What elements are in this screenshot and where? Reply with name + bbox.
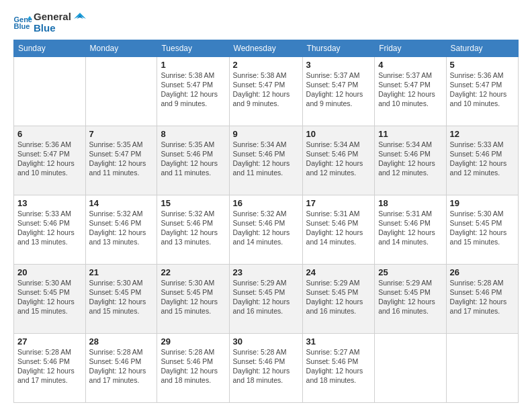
calendar-cell: 30Sunrise: 5:28 AM Sunset: 5:46 PM Dayli… bbox=[229, 333, 302, 402]
calendar-cell: 9Sunrise: 5:34 AM Sunset: 5:46 PM Daylig… bbox=[229, 126, 302, 195]
calendar-cell: 8Sunrise: 5:35 AM Sunset: 5:46 PM Daylig… bbox=[157, 126, 229, 195]
calendar-cell: 7Sunrise: 5:35 AM Sunset: 5:47 PM Daylig… bbox=[85, 126, 157, 195]
day-info: Sunrise: 5:29 AM Sunset: 5:45 PM Dayligh… bbox=[306, 278, 371, 316]
calendar-cell: 24Sunrise: 5:29 AM Sunset: 5:45 PM Dayli… bbox=[302, 264, 375, 333]
day-number: 5 bbox=[450, 60, 515, 70]
day-number: 22 bbox=[161, 267, 225, 277]
calendar-cell: 20Sunrise: 5:30 AM Sunset: 5:45 PM Dayli… bbox=[14, 264, 86, 333]
calendar-cell: 25Sunrise: 5:29 AM Sunset: 5:45 PM Dayli… bbox=[375, 264, 446, 333]
day-number: 19 bbox=[450, 198, 515, 208]
calendar-cell: 22Sunrise: 5:30 AM Sunset: 5:45 PM Dayli… bbox=[157, 264, 229, 333]
day-number: 1 bbox=[161, 60, 225, 70]
calendar-cell bbox=[85, 56, 157, 126]
logo-arrow-icon bbox=[74, 13, 86, 25]
day-number: 23 bbox=[233, 267, 299, 277]
day-info: Sunrise: 5:34 AM Sunset: 5:46 PM Dayligh… bbox=[233, 140, 299, 178]
day-number: 2 bbox=[233, 60, 299, 70]
calendar-cell: 3Sunrise: 5:37 AM Sunset: 5:47 PM Daylig… bbox=[302, 56, 375, 126]
header: General Blue General Blue bbox=[13, 11, 519, 34]
calendar-cell: 17Sunrise: 5:31 AM Sunset: 5:46 PM Dayli… bbox=[302, 195, 375, 264]
day-info: Sunrise: 5:30 AM Sunset: 5:45 PM Dayligh… bbox=[450, 209, 515, 247]
calendar-cell: 1Sunrise: 5:38 AM Sunset: 5:47 PM Daylig… bbox=[157, 56, 229, 126]
calendar-week-5: 27Sunrise: 5:28 AM Sunset: 5:46 PM Dayli… bbox=[14, 333, 519, 402]
day-info: Sunrise: 5:28 AM Sunset: 5:46 PM Dayligh… bbox=[450, 278, 515, 316]
day-info: Sunrise: 5:35 AM Sunset: 5:47 PM Dayligh… bbox=[89, 140, 154, 178]
day-number: 3 bbox=[306, 60, 371, 70]
day-info: Sunrise: 5:32 AM Sunset: 5:46 PM Dayligh… bbox=[233, 209, 299, 247]
day-info: Sunrise: 5:28 AM Sunset: 5:46 PM Dayligh… bbox=[233, 347, 299, 385]
day-number: 20 bbox=[17, 267, 82, 277]
logo-line1: General bbox=[34, 11, 71, 22]
calendar-cell: 16Sunrise: 5:32 AM Sunset: 5:46 PM Dayli… bbox=[229, 195, 302, 264]
day-info: Sunrise: 5:36 AM Sunset: 5:47 PM Dayligh… bbox=[450, 71, 515, 109]
day-number: 24 bbox=[306, 267, 371, 277]
calendar-cell: 28Sunrise: 5:28 AM Sunset: 5:46 PM Dayli… bbox=[85, 333, 157, 402]
day-info: Sunrise: 5:38 AM Sunset: 5:47 PM Dayligh… bbox=[233, 71, 299, 109]
calendar-cell: 21Sunrise: 5:30 AM Sunset: 5:45 PM Dayli… bbox=[85, 264, 157, 333]
calendar-cell: 15Sunrise: 5:32 AM Sunset: 5:46 PM Dayli… bbox=[157, 195, 229, 264]
day-number: 31 bbox=[306, 336, 371, 347]
calendar-header-row: SundayMondayTuesdayWednesdayThursdayFrid… bbox=[14, 40, 519, 56]
day-info: Sunrise: 5:28 AM Sunset: 5:46 PM Dayligh… bbox=[17, 347, 82, 385]
calendar-header-monday: Monday bbox=[85, 40, 157, 56]
day-number: 17 bbox=[306, 198, 371, 208]
day-number: 10 bbox=[306, 129, 371, 139]
svg-text:Blue: Blue bbox=[13, 22, 30, 30]
day-number: 26 bbox=[450, 267, 515, 277]
logo-line2: Blue bbox=[34, 22, 71, 34]
calendar-week-3: 13Sunrise: 5:33 AM Sunset: 5:46 PM Dayli… bbox=[14, 195, 519, 264]
logo: General Blue General Blue bbox=[13, 11, 86, 34]
day-number: 29 bbox=[161, 336, 225, 347]
calendar-header-wednesday: Wednesday bbox=[229, 40, 302, 56]
calendar-cell: 19Sunrise: 5:30 AM Sunset: 5:45 PM Dayli… bbox=[446, 195, 518, 264]
calendar-cell: 6Sunrise: 5:36 AM Sunset: 5:47 PM Daylig… bbox=[14, 126, 86, 195]
generalblue-logo-icon: General Blue bbox=[13, 15, 32, 30]
calendar-cell: 12Sunrise: 5:33 AM Sunset: 5:46 PM Dayli… bbox=[446, 126, 518, 195]
day-info: Sunrise: 5:32 AM Sunset: 5:46 PM Dayligh… bbox=[89, 209, 154, 247]
day-number: 13 bbox=[17, 198, 82, 208]
calendar-cell bbox=[446, 333, 518, 402]
day-number: 30 bbox=[233, 336, 299, 347]
calendar-header-thursday: Thursday bbox=[302, 40, 375, 56]
calendar-cell: 5Sunrise: 5:36 AM Sunset: 5:47 PM Daylig… bbox=[446, 56, 518, 126]
day-info: Sunrise: 5:28 AM Sunset: 5:46 PM Dayligh… bbox=[89, 347, 154, 385]
calendar-cell: 11Sunrise: 5:34 AM Sunset: 5:46 PM Dayli… bbox=[375, 126, 446, 195]
calendar-cell: 10Sunrise: 5:34 AM Sunset: 5:46 PM Dayli… bbox=[302, 126, 375, 195]
day-info: Sunrise: 5:38 AM Sunset: 5:47 PM Dayligh… bbox=[161, 71, 225, 109]
calendar-cell: 4Sunrise: 5:37 AM Sunset: 5:47 PM Daylig… bbox=[375, 56, 446, 126]
day-info: Sunrise: 5:30 AM Sunset: 5:45 PM Dayligh… bbox=[89, 278, 154, 316]
calendar-cell: 14Sunrise: 5:32 AM Sunset: 5:46 PM Dayli… bbox=[85, 195, 157, 264]
day-info: Sunrise: 5:35 AM Sunset: 5:46 PM Dayligh… bbox=[161, 140, 225, 178]
day-info: Sunrise: 5:29 AM Sunset: 5:45 PM Dayligh… bbox=[378, 278, 442, 316]
calendar-cell bbox=[14, 56, 86, 126]
day-number: 27 bbox=[17, 336, 82, 347]
calendar-week-1: 1Sunrise: 5:38 AM Sunset: 5:47 PM Daylig… bbox=[14, 56, 519, 126]
calendar-cell: 18Sunrise: 5:31 AM Sunset: 5:46 PM Dayli… bbox=[375, 195, 446, 264]
day-number: 12 bbox=[450, 129, 515, 139]
day-info: Sunrise: 5:30 AM Sunset: 5:45 PM Dayligh… bbox=[161, 278, 225, 316]
day-number: 15 bbox=[161, 198, 225, 208]
day-info: Sunrise: 5:31 AM Sunset: 5:46 PM Dayligh… bbox=[306, 209, 371, 247]
day-number: 16 bbox=[233, 198, 299, 208]
day-info: Sunrise: 5:37 AM Sunset: 5:47 PM Dayligh… bbox=[378, 71, 442, 109]
day-number: 11 bbox=[378, 129, 442, 139]
day-number: 7 bbox=[89, 129, 154, 139]
day-info: Sunrise: 5:28 AM Sunset: 5:46 PM Dayligh… bbox=[161, 347, 225, 385]
calendar-week-2: 6Sunrise: 5:36 AM Sunset: 5:47 PM Daylig… bbox=[14, 126, 519, 195]
calendar-header-sunday: Sunday bbox=[14, 40, 86, 56]
calendar-header-friday: Friday bbox=[375, 40, 446, 56]
day-number: 18 bbox=[378, 198, 442, 208]
day-info: Sunrise: 5:27 AM Sunset: 5:46 PM Dayligh… bbox=[306, 347, 371, 385]
calendar-cell bbox=[375, 333, 446, 402]
calendar-header-saturday: Saturday bbox=[446, 40, 518, 56]
day-info: Sunrise: 5:34 AM Sunset: 5:46 PM Dayligh… bbox=[378, 140, 442, 178]
calendar-cell: 13Sunrise: 5:33 AM Sunset: 5:46 PM Dayli… bbox=[14, 195, 86, 264]
day-number: 4 bbox=[378, 60, 442, 70]
calendar-cell: 31Sunrise: 5:27 AM Sunset: 5:46 PM Dayli… bbox=[302, 333, 375, 402]
calendar-week-4: 20Sunrise: 5:30 AM Sunset: 5:45 PM Dayli… bbox=[14, 264, 519, 333]
calendar-cell: 29Sunrise: 5:28 AM Sunset: 5:46 PM Dayli… bbox=[157, 333, 229, 402]
day-number: 14 bbox=[89, 198, 154, 208]
page: General Blue General Blue SundayMondayTu… bbox=[0, 0, 532, 411]
day-number: 9 bbox=[233, 129, 299, 139]
day-info: Sunrise: 5:32 AM Sunset: 5:46 PM Dayligh… bbox=[161, 209, 225, 247]
